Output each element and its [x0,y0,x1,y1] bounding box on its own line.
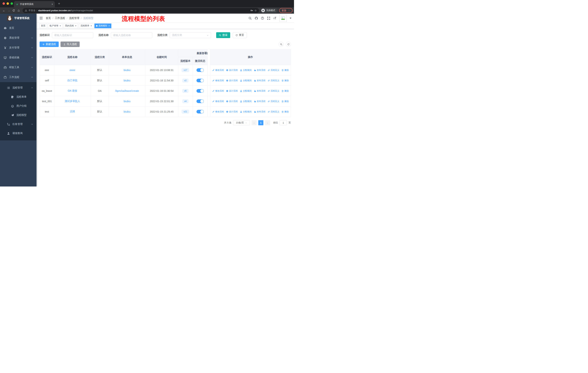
breadcrumb-item[interactable]: 流程模型 [83,17,94,20]
version-badge[interactable]: v21 [182,110,189,113]
row-action-link[interactable]: 流程定义 [268,100,279,103]
prev-page-button[interactable]: ‹ [252,120,257,125]
row-action-link[interactable]: 发布流程 [254,69,266,72]
close-window-button[interactable] [2,2,5,5]
status-toggle[interactable] [197,110,204,113]
back-button[interactable]: ← [1,8,6,13]
row-action-link[interactable]: 发布流程 [254,90,266,92]
sidebar-item[interactable]: 基础设施 [0,53,36,62]
row-action-link[interactable]: 流程定义 [268,79,279,82]
row-action-link[interactable]: 设计流程 [226,90,238,92]
page-size-select[interactable]: 10条/页 [233,120,250,125]
sidebar-subitem[interactable]: 用户分组 [0,101,36,111]
row-action-link[interactable]: 删除 [281,69,289,72]
version-badge[interactable]: v4 [182,100,189,103]
row-action-link[interactable]: 分配规则 [240,100,252,103]
bookmark-star-icon[interactable]: ☆ [254,9,257,12]
toggle-search-button[interactable] [279,42,284,47]
row-action-link[interactable]: 分配规则 [240,69,252,72]
update-browser-button[interactable]: 更新 ⋮ [279,8,293,13]
sidebar-subitem[interactable]: 请假查询 [0,129,36,138]
view-tag[interactable]: 流程模型 × [94,23,111,28]
sidebar-subitem[interactable]: 流程模型 [0,111,36,120]
help-icon[interactable] [261,17,264,20]
tag-close-icon[interactable]: × [91,25,92,27]
row-action-link[interactable]: 设计流程 [226,79,238,82]
row-action-link[interactable]: 修改流程 [212,100,224,103]
row-action-link[interactable]: 流程定义 [268,69,279,72]
maximize-window-button[interactable] [10,2,13,5]
row-action-link[interactable]: 删除 [281,100,289,103]
process-name-link[interactable]: 自己审批 [67,79,77,82]
password-key-icon[interactable] [251,9,253,12]
row-action-link[interactable]: 删除 [281,90,289,92]
sidebar-logo[interactable]: 芋道管理系统 [0,14,36,23]
row-action-link[interactable]: 发布流程 [254,110,266,113]
address-bar[interactable]: 不安全 dashboard.yudao.iocoder.cn/bpm/manag… [23,8,259,13]
row-action-link[interactable]: 修改流程 [212,69,224,72]
status-toggle[interactable] [197,89,204,93]
form-info-link[interactable]: biubiu [124,100,130,103]
browser-menu-icon[interactable]: ⋮ [288,9,290,12]
row-action-link[interactable]: 修改流程 [212,79,224,82]
form-info-link[interactable]: biubiu [124,69,130,71]
process-name-link[interactable]: 滔博 [70,110,75,113]
window-controls[interactable] [2,2,13,5]
tag-close-icon[interactable]: × [108,25,110,27]
version-badge[interactable]: v2 [182,79,189,82]
sidebar-collapse-icon[interactable] [39,16,43,20]
row-action-link[interactable]: 删除 [281,79,289,82]
version-badge[interactable]: v5 [182,89,189,93]
status-toggle[interactable] [197,79,204,82]
tab-close-icon[interactable]: × [52,3,53,6]
sidebar-item[interactable]: 研发工具 [0,62,36,72]
avatar-caret-down-icon[interactable] [290,18,292,19]
category-select[interactable]: 流程分类 [170,32,211,38]
new-tab-button[interactable]: + [57,1,62,6]
search-icon[interactable] [248,17,252,20]
browser-tab[interactable]: 芋道管理系统 × [14,1,55,7]
next-page-button[interactable]: › [265,120,270,125]
version-badge[interactable]: v17 [182,68,189,72]
row-action-link[interactable]: 设计流程 [226,69,238,72]
view-tag[interactable]: 首页 [39,23,47,28]
status-toggle[interactable] [197,68,204,72]
row-action-link[interactable]: 流程定义 [268,110,279,113]
view-tag[interactable]: 租户管理 × [48,23,63,28]
fullscreen-icon[interactable] [267,17,270,20]
row-action-link[interactable]: 修改流程 [212,90,224,92]
form-info-link[interactable]: biubiu [124,110,130,113]
font-size-icon[interactable] [273,17,276,20]
row-action-link[interactable]: 设计流程 [226,100,238,103]
goto-page-input[interactable] [280,120,287,125]
view-tag[interactable]: 我的流程 × [63,23,78,28]
github-icon[interactable] [255,17,258,20]
process-name-link[interactable]: OA 请假 [68,89,77,92]
view-tag[interactable]: 流程表单 × [79,23,94,28]
create-process-button[interactable]: 新建流程 [40,41,59,47]
sidebar-subitem[interactable]: 任务管理 [0,120,36,129]
search-button[interactable]: 搜索 [216,32,230,38]
breadcrumb-item[interactable]: 首页 [46,17,51,20]
sidebar-subitem[interactable]: 流程表单 [0,92,36,101]
row-action-link[interactable]: 修改流程 [212,110,224,113]
tag-close-icon[interactable]: × [75,25,76,27]
breadcrumb-item[interactable]: 工作流程 [55,17,65,20]
status-toggle[interactable] [197,100,204,103]
forward-button[interactable]: → [6,8,11,13]
refresh-table-button[interactable] [286,42,291,47]
row-action-link[interactable]: 分配规则 [240,110,252,113]
sidebar-item[interactable]: 工作流程 [0,72,36,82]
process-name-link[interactable]: eeee [70,69,75,71]
process-key-input[interactable] [52,32,93,38]
row-action-link[interactable]: 分配规则 [240,90,252,92]
row-action-link[interactable]: 设计流程 [226,110,238,113]
home-button[interactable]: ⌂ [16,8,21,13]
process-name-input[interactable] [111,32,152,38]
breadcrumb-item[interactable]: 流程管理 [69,17,79,20]
process-name-link[interactable]: 测试多审批人 [65,100,80,103]
user-avatar[interactable] [279,15,287,22]
minimize-window-button[interactable] [7,2,9,5]
row-action-link[interactable]: 流程定义 [268,90,279,92]
sidebar-item[interactable]: 支付管理 [0,43,36,53]
